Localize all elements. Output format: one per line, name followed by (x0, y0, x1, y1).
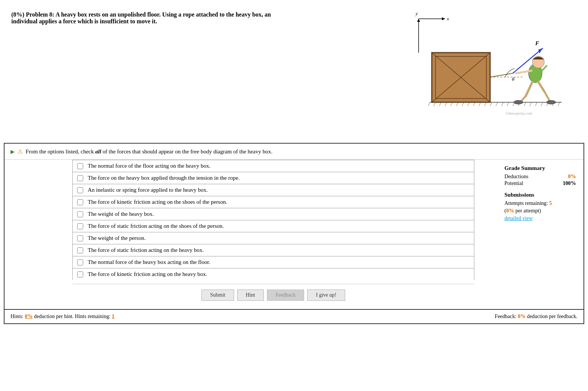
svg-line-24 (524, 102, 526, 106)
question-content: The normal force of the floor acting on … (5, 160, 583, 309)
svg-line-19 (496, 102, 498, 106)
option-4-label: The force of kinetic friction acting on … (88, 199, 227, 205)
feedback-text: deduction per feedback. (527, 314, 577, 319)
checkbox-1[interactable] (77, 163, 83, 169)
per-attempt-suffix: per attempt) (514, 208, 541, 214)
problem-weight: (8%) (11, 11, 24, 18)
svg-text:F: F (535, 40, 539, 46)
checkbox-9[interactable] (77, 259, 83, 265)
submissions-title: Submissions (504, 192, 576, 198)
footer-feedback: Feedback: 0% deduction per feedback. (495, 314, 577, 320)
feedback-pct: 0% (518, 314, 526, 319)
hints-pct: 0% (25, 314, 33, 319)
list-item: The force of static friction acting on t… (72, 244, 474, 256)
footer-row: Hints: 0% deduction per hint. Hints rema… (5, 309, 583, 323)
checkbox-4[interactable] (77, 199, 83, 205)
svg-line-48 (538, 82, 545, 92)
deductions-value: 0% (568, 174, 576, 180)
per-attempt-value: 0% (506, 208, 514, 214)
list-item: The weight of the heavy box. (72, 208, 474, 220)
problem-number: Problem 8: (26, 11, 55, 18)
list-item: The force of kinetic friction acting on … (72, 268, 474, 280)
checkbox-6[interactable] (77, 223, 83, 229)
play-icon: ▶ (11, 149, 15, 155)
svg-text:x: x (446, 16, 449, 21)
feedback-label: Feedback: (495, 314, 516, 319)
svg-point-51 (547, 100, 556, 104)
submit-button[interactable]: Submit (201, 289, 234, 301)
list-item: The force of static friction acting on t… (72, 220, 474, 232)
svg-line-27 (541, 102, 543, 106)
svg-line-36 (490, 73, 513, 77)
problem-section: (8%) Problem 8: A heavy box rests on an … (0, 0, 588, 143)
option-6-label: The force of static friction acting on t… (88, 223, 224, 229)
svg-line-21 (507, 102, 509, 106)
warning-icon: ⚠ (18, 148, 23, 155)
option-1-label: The normal force of the floor acting on … (88, 163, 210, 169)
list-item: The force of kinetic friction acting on … (72, 196, 474, 208)
problem-title: (8%) Problem 8: A heavy box rests on an … (11, 11, 275, 25)
deductions-row: Deductions 0% (504, 174, 576, 180)
option-8-label: The force of static friction acting on t… (88, 247, 204, 253)
checkbox-2[interactable] (77, 175, 83, 181)
hints-remaining: 1 (112, 314, 114, 319)
checkbox-10[interactable] (77, 271, 83, 277)
question-section: ▶ ⚠ From the options listed, check all o… (4, 143, 584, 324)
list-item: The normal force of the heavy box acting… (72, 256, 474, 268)
checkbox-7[interactable] (77, 235, 83, 241)
option-9-label: The normal force of the heavy box acting… (88, 259, 210, 265)
svg-marker-2 (442, 17, 445, 20)
question-header: ▶ ⚠ From the options listed, check all o… (5, 144, 583, 160)
checkbox-5[interactable] (77, 211, 83, 217)
svg-line-20 (501, 102, 503, 106)
svg-line-45 (542, 66, 547, 71)
attempts-value: 5 (549, 200, 552, 206)
hints-label: Hints: (11, 314, 23, 319)
svg-text:©theexpertta.com: ©theexpertta.com (505, 111, 532, 115)
per-attempt-text: (0% per attempt) (504, 208, 576, 214)
hint-button[interactable]: Hint (237, 289, 264, 301)
svg-line-7 (428, 102, 430, 106)
attempts-label: Attempts remaining: (504, 200, 548, 206)
potential-value: 100% (563, 180, 576, 186)
grade-summary: Grade Summary Deductions 0% Potential 10… (497, 160, 583, 227)
question-instruction: From the options listed, check all of th… (26, 149, 273, 155)
svg-point-50 (514, 100, 523, 104)
detailed-view-link[interactable]: detailed view (504, 215, 576, 221)
option-7-label: The weight of the person. (88, 235, 146, 241)
svg-line-25 (530, 102, 532, 106)
checkbox-3[interactable] (77, 187, 83, 193)
list-item: The weight of the person. (72, 232, 474, 244)
checkboxes-area: The normal force of the floor acting on … (5, 160, 497, 309)
list-item: An inelastic or spring force applied to … (72, 184, 474, 196)
problem-text-area: (8%) Problem 8: A heavy box rests on an … (11, 8, 275, 28)
list-item: The force on the heavy box applied throu… (72, 172, 474, 184)
detailed-view-anchor[interactable]: detailed view (504, 215, 533, 221)
svg-marker-38 (538, 48, 543, 53)
problem-diagram: x y (396, 8, 577, 124)
list-item: The normal force of the floor acting on … (72, 160, 474, 172)
svg-line-46 (526, 82, 532, 96)
option-5-label: The weight of the heavy box. (88, 211, 154, 217)
buttons-row: Submit Hint Feedback I give up! (72, 284, 474, 305)
option-10-label: The force of kinetic friction acting on … (88, 271, 207, 277)
svg-marker-3 (417, 19, 420, 22)
option-3-label: An inelastic or spring force applied to … (88, 187, 208, 193)
potential-label: Potential (504, 180, 523, 186)
option-2-label: The force on the heavy box applied throu… (88, 175, 240, 181)
hints-text: deduction per hint. Hints remaining: (34, 314, 112, 319)
attempts-remaining: Attempts remaining: 5 (504, 200, 576, 206)
footer-hints: Hints: 0% deduction per hint. Hints rema… (11, 314, 114, 320)
svg-line-30 (558, 102, 560, 106)
deductions-label: Deductions (504, 174, 529, 180)
give-up-button[interactable]: I give up! (307, 289, 345, 301)
feedback-button[interactable]: Feedback (267, 289, 305, 301)
potential-row: Potential 100% (504, 180, 576, 186)
checkbox-8[interactable] (77, 247, 83, 253)
svg-line-26 (535, 102, 537, 106)
svg-text:y: y (415, 11, 418, 16)
grade-summary-title: Grade Summary (504, 165, 576, 171)
svg-text:θ: θ (512, 76, 515, 82)
